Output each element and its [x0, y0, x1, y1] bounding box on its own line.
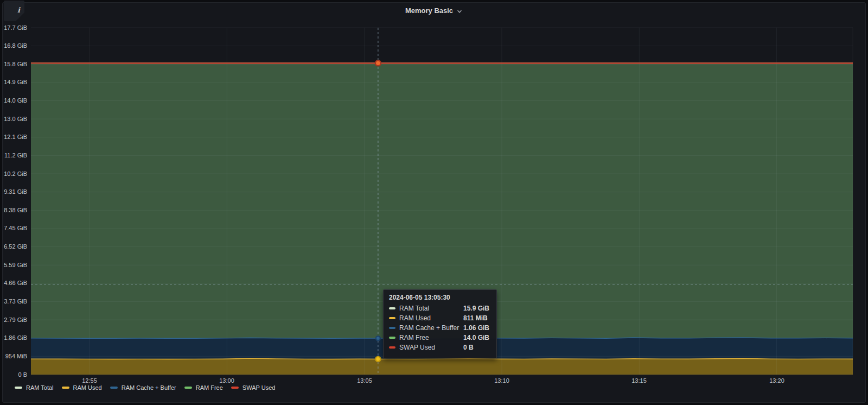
y-axis-tick-label: 0 B — [0, 371, 27, 378]
x-axis-tick-label: 13:05 — [357, 377, 372, 384]
tooltip-series-label: RAM Cache + Buffer — [399, 324, 463, 332]
y-axis-tick-label: 6.52 GiB — [0, 243, 27, 250]
tooltip-series-label: RAM Free — [399, 334, 463, 341]
legend-item-ram-used[interactable]: RAM Used — [62, 384, 102, 391]
legend-item-ram-total[interactable]: RAM Total — [15, 384, 54, 391]
tooltip-row: RAM Total15.9 GiB — [389, 305, 491, 312]
chart-tooltip: 2024-06-05 13:05:30 RAM Total15.9 GiBRAM… — [383, 289, 497, 358]
tooltip-row: RAM Cache + Buffer1.06 GiB — [389, 324, 491, 332]
tooltip-series-value: 14.0 GiB — [463, 334, 489, 341]
y-axis-tick-label: 13.0 GiB — [0, 116, 27, 123]
chevron-down-icon[interactable] — [456, 8, 463, 15]
legend-series-swatch — [231, 387, 239, 389]
tooltip-series-label: SWAP Used — [399, 344, 463, 351]
tooltip-series-swatch — [389, 307, 395, 309]
panel-header: Memory Basic — [0, 0, 868, 21]
y-axis-tick-label: 12.1 GiB — [0, 134, 27, 141]
legend-series-label: RAM Used — [73, 384, 102, 391]
x-axis-tick-label: 13:20 — [769, 377, 784, 384]
legend-series-label: RAM Cache + Buffer — [122, 384, 176, 391]
tooltip-row: RAM Used811 MiB — [389, 314, 491, 322]
y-axis-tick-label: 17.7 GiB — [0, 24, 27, 31]
legend-series-swatch — [110, 387, 118, 389]
info-icon[interactable]: i — [17, 6, 20, 14]
tooltip-series-swatch — [389, 346, 395, 349]
legend-series-label: RAM Free — [196, 384, 223, 391]
tooltip-series-value: 0 B — [463, 344, 474, 351]
tooltip-series-label: RAM Total — [399, 305, 463, 312]
hover-point-ram-used — [375, 357, 380, 362]
tooltip-series-swatch — [389, 317, 395, 319]
tooltip-series-value: 811 MiB — [463, 314, 488, 322]
y-axis-tick-label: 8.38 GiB — [0, 207, 27, 214]
legend-item-ram-free[interactable]: RAM Free — [184, 384, 223, 391]
y-axis-tick-label: 16.8 GiB — [0, 42, 27, 49]
panel-title[interactable]: Memory Basic — [405, 7, 453, 15]
x-axis-tick-label: 13:15 — [631, 377, 647, 384]
y-axis-tick-label: 11.2 GiB — [0, 152, 27, 159]
y-axis-tick-label: 954 MiB — [0, 353, 27, 360]
hover-point-swap-used — [375, 60, 381, 66]
tooltip-series-swatch — [389, 337, 395, 339]
tooltip-series-swatch — [389, 327, 395, 329]
x-axis-tick-label: 13:00 — [219, 377, 234, 384]
tooltip-row: RAM Free14.0 GiB — [389, 334, 491, 341]
y-axis-tick-label: 9.31 GiB — [0, 188, 27, 195]
legend-series-swatch — [62, 387, 69, 389]
y-axis-tick-label: 3.73 GiB — [0, 298, 27, 305]
legend-series-swatch — [184, 387, 192, 389]
y-axis-tick-label: 1.86 GiB — [0, 334, 27, 341]
y-axis-tick-label: 7.45 GiB — [0, 225, 27, 232]
tooltip-series-value: 1.06 GiB — [463, 324, 489, 332]
y-axis-tick-label: 5.59 GiB — [0, 262, 27, 269]
y-axis-tick-label: 10.2 GiB — [0, 170, 27, 178]
y-axis-tick-label: 15.8 GiB — [0, 61, 27, 68]
y-axis-tick-label: 4.66 GiB — [0, 280, 27, 287]
legend-item-ram-cache-buffer[interactable]: RAM Cache + Buffer — [110, 384, 176, 391]
x-axis-tick-label: 12:55 — [82, 377, 97, 384]
legend-item-swap-used[interactable]: SWAP Used — [231, 384, 276, 391]
tooltip-timestamp: 2024-06-05 13:05:30 — [389, 294, 491, 301]
y-axis-tick-label: 14.0 GiB — [0, 97, 27, 104]
chart-legend: RAM TotalRAM UsedRAM Cache + BufferRAM F… — [15, 384, 275, 391]
area-ram-used — [31, 358, 853, 375]
y-axis-tick-label: 2.79 GiB — [0, 317, 27, 324]
tooltip-series-value: 15.9 GiB — [463, 305, 489, 312]
legend-series-label: SWAP Used — [242, 384, 276, 391]
legend-series-swatch — [15, 387, 22, 389]
x-axis-tick-label: 13:10 — [494, 377, 509, 384]
tooltip-series-label: RAM Used — [399, 314, 463, 322]
hover-point-ram-cache-buffer — [376, 336, 380, 340]
legend-series-label: RAM Total — [26, 384, 54, 391]
y-axis-tick-label: 14.9 GiB — [0, 79, 27, 86]
tooltip-row: SWAP Used0 B — [389, 344, 491, 351]
